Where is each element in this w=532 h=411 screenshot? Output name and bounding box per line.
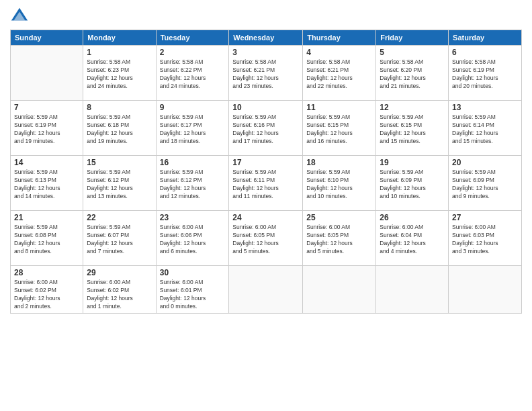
day-number: 10 [232, 103, 299, 112]
day-number: 11 [306, 103, 372, 112]
day-number: 24 [232, 213, 299, 222]
calendar-cell: 9Sunrise: 5:59 AM Sunset: 6:17 PM Daylig… [156, 101, 229, 156]
logo-icon [10, 7, 29, 26]
day-info: Sunrise: 6:00 AM Sunset: 6:06 PM Dayligh… [160, 224, 226, 256]
calendar-cell: 12Sunrise: 5:59 AM Sunset: 6:15 PM Dayli… [376, 101, 449, 156]
day-info: Sunrise: 5:59 AM Sunset: 6:09 PM Dayligh… [380, 169, 445, 201]
calendar-cell: 25Sunrise: 6:00 AM Sunset: 6:05 PM Dayli… [303, 211, 376, 266]
calendar-cell: 11Sunrise: 5:59 AM Sunset: 6:15 PM Dayli… [303, 101, 376, 156]
day-number: 6 [452, 48, 518, 57]
calendar-header-row: SundayMondayTuesdayWednesdayThursdayFrid… [11, 30, 522, 46]
day-number: 9 [160, 103, 226, 112]
day-number: 19 [380, 158, 445, 167]
day-number: 29 [87, 268, 152, 277]
calendar-cell [303, 266, 376, 314]
calendar-cell: 24Sunrise: 6:00 AM Sunset: 6:05 PM Dayli… [229, 211, 303, 266]
calendar-cell: 20Sunrise: 5:59 AM Sunset: 6:09 PM Dayli… [449, 156, 522, 211]
calendar-cell: 17Sunrise: 5:59 AM Sunset: 6:11 PM Dayli… [229, 156, 303, 211]
header [10, 7, 522, 26]
day-info: Sunrise: 5:59 AM Sunset: 6:14 PM Dayligh… [452, 113, 518, 146]
calendar-cell: 3Sunrise: 5:58 AM Sunset: 6:21 PM Daylig… [229, 46, 303, 101]
day-info: Sunrise: 5:58 AM Sunset: 6:22 PM Dayligh… [160, 58, 226, 91]
day-number: 8 [87, 103, 152, 112]
day-info: Sunrise: 6:00 AM Sunset: 6:01 PM Dayligh… [160, 279, 226, 311]
calendar-cell: 16Sunrise: 5:59 AM Sunset: 6:12 PM Dayli… [156, 156, 229, 211]
calendar-cell: 2Sunrise: 5:58 AM Sunset: 6:22 PM Daylig… [156, 46, 229, 101]
day-info: Sunrise: 5:59 AM Sunset: 6:18 PM Dayligh… [87, 113, 152, 146]
calendar-header-friday: Friday [376, 30, 449, 46]
calendar-week-row: 7Sunrise: 5:59 AM Sunset: 6:19 PM Daylig… [11, 101, 522, 156]
day-number: 28 [14, 268, 79, 277]
calendar-cell: 5Sunrise: 5:58 AM Sunset: 6:20 PM Daylig… [376, 46, 449, 101]
calendar-week-row: 21Sunrise: 5:59 AM Sunset: 6:08 PM Dayli… [11, 211, 522, 266]
calendar-cell: 29Sunrise: 6:00 AM Sunset: 6:02 PM Dayli… [83, 266, 156, 314]
day-number: 27 [452, 213, 518, 222]
calendar-header-tuesday: Tuesday [156, 30, 229, 46]
day-info: Sunrise: 5:59 AM Sunset: 6:12 PM Dayligh… [160, 169, 226, 201]
logo [10, 7, 32, 26]
calendar-week-row: 28Sunrise: 6:00 AM Sunset: 6:02 PM Dayli… [11, 266, 522, 314]
day-info: Sunrise: 5:59 AM Sunset: 6:08 PM Dayligh… [14, 224, 79, 256]
calendar-cell: 27Sunrise: 6:00 AM Sunset: 6:03 PM Dayli… [449, 211, 522, 266]
calendar-header-sunday: Sunday [11, 30, 83, 46]
day-number: 1 [87, 48, 152, 57]
day-info: Sunrise: 5:59 AM Sunset: 6:16 PM Dayligh… [232, 113, 299, 146]
day-number: 5 [380, 48, 445, 57]
calendar-header-thursday: Thursday [303, 30, 376, 46]
calendar-cell: 30Sunrise: 6:00 AM Sunset: 6:01 PM Dayli… [156, 266, 229, 314]
calendar-table: SundayMondayTuesdayWednesdayThursdayFrid… [10, 30, 522, 314]
day-info: Sunrise: 6:00 AM Sunset: 6:03 PM Dayligh… [452, 224, 518, 256]
calendar-header-saturday: Saturday [449, 30, 522, 46]
page: SundayMondayTuesdayWednesdayThursdayFrid… [0, 0, 532, 411]
day-info: Sunrise: 5:58 AM Sunset: 6:19 PM Dayligh… [452, 58, 518, 91]
day-info: Sunrise: 5:58 AM Sunset: 6:21 PM Dayligh… [306, 58, 372, 91]
day-info: Sunrise: 5:59 AM Sunset: 6:15 PM Dayligh… [380, 113, 445, 146]
calendar-cell: 23Sunrise: 6:00 AM Sunset: 6:06 PM Dayli… [156, 211, 229, 266]
calendar-cell: 6Sunrise: 5:58 AM Sunset: 6:19 PM Daylig… [449, 46, 522, 101]
day-number: 20 [452, 158, 518, 167]
calendar-cell: 4Sunrise: 5:58 AM Sunset: 6:21 PM Daylig… [303, 46, 376, 101]
calendar-cell: 18Sunrise: 5:59 AM Sunset: 6:10 PM Dayli… [303, 156, 376, 211]
day-info: Sunrise: 5:58 AM Sunset: 6:20 PM Dayligh… [380, 58, 445, 91]
calendar-cell: 28Sunrise: 6:00 AM Sunset: 6:02 PM Dayli… [11, 266, 83, 314]
day-number: 22 [87, 213, 152, 222]
day-info: Sunrise: 5:59 AM Sunset: 6:15 PM Dayligh… [306, 113, 372, 146]
day-number: 23 [160, 213, 226, 222]
calendar-cell [449, 266, 522, 314]
calendar-cell [229, 266, 303, 314]
day-number: 21 [14, 213, 79, 222]
day-info: Sunrise: 6:00 AM Sunset: 6:05 PM Dayligh… [306, 224, 372, 256]
day-number: 2 [160, 48, 226, 57]
day-number: 13 [452, 103, 518, 112]
calendar-cell: 22Sunrise: 5:59 AM Sunset: 6:07 PM Dayli… [83, 211, 156, 266]
day-number: 25 [306, 213, 372, 222]
calendar-cell [11, 46, 83, 101]
day-number: 7 [14, 103, 79, 112]
calendar-cell: 26Sunrise: 6:00 AM Sunset: 6:04 PM Dayli… [376, 211, 449, 266]
day-info: Sunrise: 5:59 AM Sunset: 6:11 PM Dayligh… [232, 169, 299, 201]
day-info: Sunrise: 5:59 AM Sunset: 6:19 PM Dayligh… [14, 113, 79, 146]
day-number: 17 [232, 158, 299, 167]
calendar-cell: 10Sunrise: 5:59 AM Sunset: 6:16 PM Dayli… [229, 101, 303, 156]
calendar-cell: 13Sunrise: 5:59 AM Sunset: 6:14 PM Dayli… [449, 101, 522, 156]
day-info: Sunrise: 5:59 AM Sunset: 6:10 PM Dayligh… [306, 169, 372, 201]
day-info: Sunrise: 5:59 AM Sunset: 6:17 PM Dayligh… [160, 113, 226, 146]
calendar-cell: 15Sunrise: 5:59 AM Sunset: 6:12 PM Dayli… [83, 156, 156, 211]
day-info: Sunrise: 5:59 AM Sunset: 6:12 PM Dayligh… [87, 169, 152, 201]
day-number: 18 [306, 158, 372, 167]
day-number: 26 [380, 213, 445, 222]
day-info: Sunrise: 5:58 AM Sunset: 6:23 PM Dayligh… [87, 58, 152, 91]
day-info: Sunrise: 6:00 AM Sunset: 6:02 PM Dayligh… [87, 279, 152, 311]
day-info: Sunrise: 5:59 AM Sunset: 6:13 PM Dayligh… [14, 169, 79, 201]
day-number: 15 [87, 158, 152, 167]
calendar-cell [376, 266, 449, 314]
calendar-cell: 1Sunrise: 5:58 AM Sunset: 6:23 PM Daylig… [83, 46, 156, 101]
calendar-week-row: 14Sunrise: 5:59 AM Sunset: 6:13 PM Dayli… [11, 156, 522, 211]
day-number: 16 [160, 158, 226, 167]
day-number: 12 [380, 103, 445, 112]
day-info: Sunrise: 5:58 AM Sunset: 6:21 PM Dayligh… [232, 58, 299, 91]
calendar-cell: 14Sunrise: 5:59 AM Sunset: 6:13 PM Dayli… [11, 156, 83, 211]
calendar-cell: 8Sunrise: 5:59 AM Sunset: 6:18 PM Daylig… [83, 101, 156, 156]
day-info: Sunrise: 6:00 AM Sunset: 6:02 PM Dayligh… [14, 279, 79, 311]
day-number: 14 [14, 158, 79, 167]
